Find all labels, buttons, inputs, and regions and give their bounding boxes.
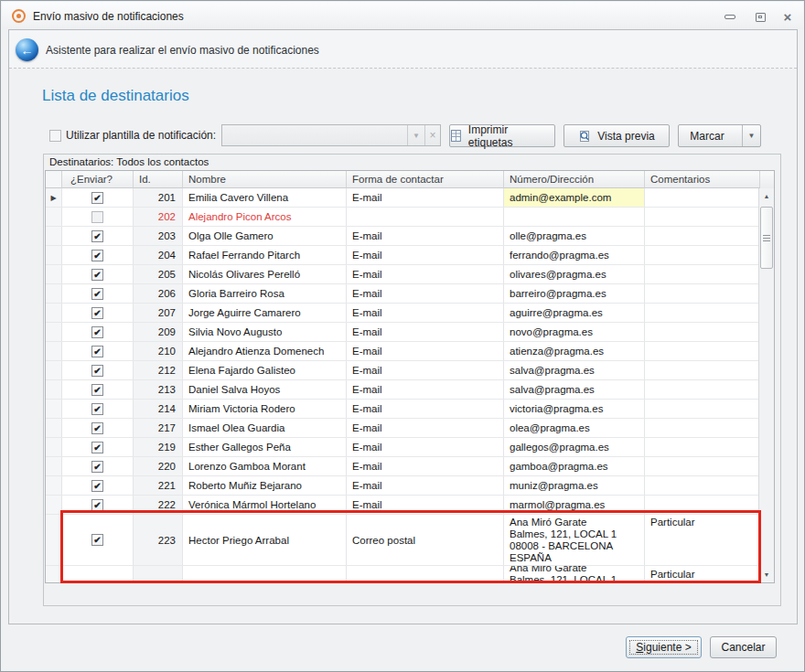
restore-button[interactable] (751, 10, 769, 24)
row-indicator (46, 246, 62, 264)
cell-id: 201 (134, 188, 183, 207)
scroll-down-icon[interactable]: ▼ (759, 567, 774, 582)
enviar-checkbox[interactable]: ✔ (91, 422, 103, 434)
enviar-checkbox[interactable]: ✔ (91, 307, 103, 319)
enviar-checkbox[interactable]: ✔ (91, 346, 103, 357)
enviar-checkbox[interactable]: ✔ (91, 461, 103, 473)
cell-forma: E-mail (347, 323, 504, 341)
minimize-button[interactable] (721, 10, 739, 24)
cell-forma: E-mail (347, 227, 504, 245)
table-row[interactable]: ✔223Hector Priego ArrabalCorreo postalAn… (46, 515, 760, 566)
header-numero[interactable]: Número/Dirección (504, 171, 645, 188)
title-bar[interactable]: Envío masivo de notificaciones × (2, 2, 803, 29)
table-row[interactable]: ✔219Esther Gallegos PeñaE-mailgallegos@p… (46, 438, 760, 457)
cancel-button[interactable]: Cancelar (710, 636, 777, 658)
enviar-checkbox[interactable] (91, 211, 103, 223)
cell-comentarios: Particular (645, 515, 760, 565)
cell-id: 221 (134, 476, 183, 495)
cell-enviar: ✔ (62, 380, 134, 399)
table-row[interactable]: ✔213Daniel Salva HoyosE-mailsalva@pragma… (46, 380, 760, 400)
cell-nombre: Hector Priego Arrabal (183, 515, 347, 565)
table-row[interactable]: ✔205Nicolás Olivares PerellóE-mailolivar… (46, 265, 760, 284)
use-template-checkbox[interactable] (49, 130, 61, 142)
cell-comentarios (645, 208, 760, 226)
row-indicator (46, 342, 62, 360)
preview-button[interactable]: Vista previa (564, 124, 670, 147)
cell-forma: E-mail (347, 400, 504, 418)
enviar-checkbox[interactable]: ✔ (91, 480, 103, 492)
header-id[interactable]: Id. (134, 171, 183, 188)
table-row[interactable]: 202Alejandro Picon Arcos (46, 208, 760, 227)
cell-enviar: ✔ (62, 188, 134, 207)
enviar-checkbox[interactable]: ✔ (91, 365, 103, 377)
enviar-checkbox[interactable]: ✔ (91, 499, 103, 511)
cell-numero-direccion: muniz@pragma.es (504, 476, 645, 495)
cell-forma: E-mail (347, 438, 504, 456)
cell-nombre: Nicolás Olivares Perelló (183, 265, 347, 283)
mark-label[interactable]: Marcar (679, 130, 735, 143)
cell-nombre: Miriam Victoria Rodero (183, 400, 347, 418)
cell-forma: E-mail (347, 284, 504, 303)
cell-nombre: Daniel Salva Hoyos (183, 380, 347, 399)
cell-comentarios (645, 496, 760, 514)
cell-nombre: Verónica Mármol Hortelano (183, 496, 347, 514)
enviar-checkbox[interactable]: ✔ (91, 250, 103, 261)
row-indicator (46, 566, 62, 582)
cell-comentarios (645, 457, 760, 475)
cell-comentarios (645, 476, 760, 495)
clear-icon[interactable]: × (424, 125, 440, 145)
enviar-checkbox[interactable]: ✔ (91, 384, 103, 396)
header-enviar[interactable]: ¿Enviar? (62, 171, 134, 188)
enviar-checkbox[interactable]: ✔ (91, 288, 103, 300)
table-row[interactable]: ✔221Roberto Muñiz BejaranoE-mailmuniz@pr… (46, 476, 760, 496)
cell-nombre: Rafael Ferrando Pitarch (183, 246, 347, 264)
broadcast-app-icon (12, 9, 26, 23)
table-row[interactable]: ✔212Elena Fajardo GalisteoE-mailsalva@pr… (46, 361, 760, 380)
table-row[interactable]: ✔220Lorenzo Gamboa MorantE-mailgamboa@pr… (46, 457, 760, 476)
table-row[interactable]: Ana Miró Garate Balmes, 121, LOCAL 1Part… (46, 566, 760, 582)
cell-comentarios (645, 323, 760, 341)
cell-id: 219 (134, 438, 183, 456)
table-row[interactable]: ✔214Miriam Victoria RoderoE-mailvictoria… (46, 400, 760, 419)
cell-numero-direccion: novo@pragma.es (504, 323, 645, 341)
vertical-scrollbar-thumb[interactable] (760, 207, 773, 269)
cell-comentarios (645, 419, 760, 437)
cell-comentarios (645, 188, 760, 207)
next-button[interactable]: Siguiente > (626, 636, 702, 658)
table-row[interactable]: ✔203Olga Olle GameroE-mailolle@pragma.es (46, 227, 760, 246)
mark-split-button[interactable]: Marcar ▼ (678, 124, 761, 147)
print-labels-button[interactable]: Imprimir etiquetas (449, 124, 555, 147)
table-row[interactable]: ✔210Alejandro Atienza DomenechE-mailatie… (46, 342, 760, 361)
back-arrow-icon[interactable]: ← (16, 38, 38, 61)
grid-rows: ▶✔201Emilia Cavero VillenaE-mailadmin@ex… (46, 188, 760, 582)
table-row[interactable]: ✔207Jorge Aguirre CamareroE-mailaguirre@… (46, 304, 760, 323)
template-combobox[interactable]: ▼ × (221, 124, 441, 146)
row-indicator (46, 380, 62, 399)
table-row[interactable]: ✔204Rafael Ferrando PitarchE-mailferrand… (46, 246, 760, 265)
row-indicator (46, 361, 62, 379)
table-row[interactable]: ✔217Ismael Olea GuardiaE-mailolea@pragma… (46, 419, 760, 438)
enviar-checkbox[interactable]: ✔ (91, 230, 103, 242)
table-row[interactable]: ✔209Silvia Novo AugustoE-mailnovo@pragma… (46, 323, 760, 342)
header-comentarios[interactable]: Comentarios (645, 171, 760, 188)
cell-nombre: Gloria Barreiro Rosa (183, 284, 347, 303)
enviar-checkbox[interactable]: ✔ (91, 326, 103, 338)
enviar-checkbox[interactable]: ✔ (91, 442, 103, 453)
header-nombre[interactable]: Nombre (183, 171, 347, 188)
enviar-checkbox[interactable]: ✔ (91, 534, 103, 546)
enviar-checkbox[interactable]: ✔ (91, 269, 103, 281)
enviar-checkbox[interactable]: ✔ (91, 192, 103, 204)
table-row[interactable]: ✔222Verónica Mármol HortelanoE-mailmarmo… (46, 496, 760, 515)
cell-nombre: Esther Gallegos Peña (183, 438, 347, 456)
table-row[interactable]: ▶✔201Emilia Cavero VillenaE-mailadmin@ex… (46, 188, 760, 208)
close-button[interactable]: × (778, 10, 797, 24)
next-button-label: Siguiente > (636, 641, 691, 654)
cell-id: 202 (134, 208, 183, 226)
header-forma[interactable]: Forma de contactar (347, 171, 504, 188)
enviar-checkbox[interactable]: ✔ (91, 403, 103, 415)
table-row[interactable]: ✔206Gloria Barreiro RosaE-mailbarreiro@p… (46, 284, 760, 304)
vertical-scrollbar[interactable]: ▲ ▼ (758, 188, 774, 582)
scroll-up-icon[interactable]: ▲ (759, 188, 774, 204)
mark-dropdown-arrow-icon[interactable]: ▼ (742, 125, 760, 146)
chevron-down-icon[interactable]: ▼ (407, 125, 424, 145)
